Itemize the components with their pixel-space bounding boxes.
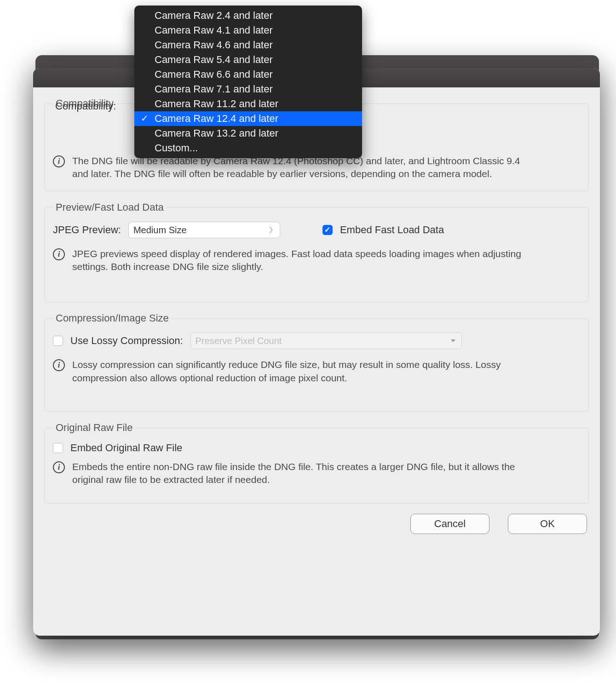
menu-item[interactable]: Camera Raw 4.6 and later xyxy=(134,38,362,52)
menu-item[interactable]: Camera Raw 13.2 and later xyxy=(134,126,362,141)
pixel-count-select: Preserve Pixel Count xyxy=(190,333,462,349)
original-row: Embed Original Raw File xyxy=(53,442,580,454)
compression-group: Compression/Image Size Use Lossy Compres… xyxy=(44,312,589,412)
preview-info-row: i JPEG previews speed display of rendere… xyxy=(53,247,580,274)
jpeg-preview-label: JPEG Preview: xyxy=(53,224,121,236)
cancel-button[interactable]: Cancel xyxy=(410,514,489,534)
compression-legend: Compression/Image Size xyxy=(53,312,172,324)
ok-button[interactable]: OK xyxy=(508,514,587,534)
info-icon: i xyxy=(53,248,65,260)
compatibility-info-text: The DNG file will be readable by Camera … xyxy=(72,155,532,181)
compatibility-info-row: i The DNG file will be readable by Camer… xyxy=(53,155,580,181)
menu-item[interactable]: Camera Raw 5.4 and later xyxy=(134,52,362,67)
embed-original-checkbox[interactable] xyxy=(53,443,63,453)
dialog-button-row: Cancel OK xyxy=(44,514,589,534)
spacer xyxy=(53,385,580,401)
spacer xyxy=(53,273,580,292)
embed-fast-load-checkbox[interactable] xyxy=(322,225,333,235)
preview-info-text: JPEG previews speed display of rendered … xyxy=(72,247,532,274)
original-legend: Original Raw File xyxy=(53,422,136,434)
spacer xyxy=(53,487,580,493)
menu-item[interactable]: Camera Raw 11.2 and later xyxy=(134,97,362,111)
preview-legend: Preview/Fast Load Data xyxy=(53,201,167,213)
lossy-compression-label: Use Lossy Compression: xyxy=(70,335,183,347)
compatibility-label: Compatibility: xyxy=(55,100,116,112)
info-icon: i xyxy=(53,461,65,473)
embed-original-label: Embed Original Raw File xyxy=(70,442,182,454)
info-icon: i xyxy=(53,359,65,371)
menu-item[interactable]: Camera Raw 7.1 and later xyxy=(134,82,362,97)
original-info-row: i Embeds the entire non-DNG raw file ins… xyxy=(53,460,580,487)
pixel-count-select-wrap: Preserve Pixel Count xyxy=(190,333,462,349)
embed-fast-load-label: Embed Fast Load Data xyxy=(340,224,444,236)
compression-row: Use Lossy Compression: Preserve Pixel Co… xyxy=(53,333,580,349)
jpeg-preview-select[interactable]: Medium Size xyxy=(128,222,280,238)
menu-item[interactable]: Camera Raw 12.4 and later xyxy=(134,111,362,126)
jpeg-preview-select-wrap: Medium Size xyxy=(128,222,280,238)
original-group: Original Raw File Embed Original Raw Fil… xyxy=(44,422,589,504)
menu-item[interactable]: Custom... xyxy=(134,141,362,155)
compression-info-row: i Lossy compression can significantly re… xyxy=(53,358,580,385)
compatibility-row: Compatibility: xyxy=(55,100,116,112)
menu-item[interactable]: Camera Raw 4.1 and later xyxy=(134,23,362,38)
menu-item[interactable]: Camera Raw 6.6 and later xyxy=(134,67,362,82)
compression-info-text: Lossy compression can significantly redu… xyxy=(72,358,532,385)
original-info-text: Embeds the entire non-DNG raw file insid… xyxy=(72,460,532,487)
preview-row: JPEG Preview: Medium Size Embed Fast Loa… xyxy=(53,222,580,238)
lossy-compression-checkbox[interactable] xyxy=(53,336,63,346)
menu-item[interactable]: Camera Raw 2.4 and later xyxy=(134,8,362,23)
info-icon: i xyxy=(53,155,65,167)
compatibility-dropdown-menu[interactable]: Camera Raw 2.4 and laterCamera Raw 4.1 a… xyxy=(134,6,362,158)
preview-group: Preview/Fast Load Data JPEG Preview: Med… xyxy=(44,201,589,303)
